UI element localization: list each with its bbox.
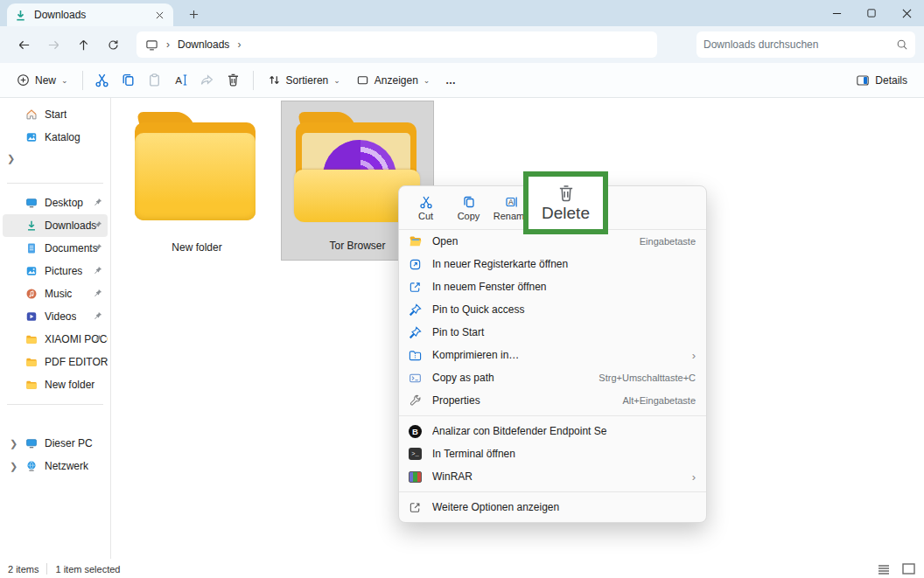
sidebar-item-dieser-pc[interactable]: ❯ Dieser PC (3, 432, 108, 455)
sidebar-item-new-folder[interactable]: New folder (3, 373, 108, 396)
sidebar-item-netzwerk[interactable]: ❯ Netzwerk (3, 455, 108, 477)
file-name: New folder (172, 241, 221, 261)
breadcrumb[interactable]: › Downloads › (136, 31, 657, 58)
home-icon (25, 108, 38, 121)
rename-icon: A (505, 195, 519, 209)
chevron-right-icon[interactable]: ❯ (10, 438, 18, 449)
menu-item-bitdefender-scan[interactable]: B Analizar con Bitdefender Endpoint Sе (399, 420, 706, 442)
refresh-button[interactable] (98, 31, 128, 58)
explorer-tab[interactable]: Downloads (7, 3, 173, 26)
sidebar-spacer (0, 413, 110, 432)
sort-button[interactable]: Sortieren ⌄ (260, 67, 348, 94)
svg-text:A: A (508, 198, 514, 206)
window-controls (819, 0, 924, 26)
sidebar-item-documents[interactable]: Documents (3, 237, 108, 260)
chevron-right-icon[interactable]: ❯ (10, 461, 18, 472)
menu-item-pin-quick-access[interactable]: Pin to Quick access (399, 298, 706, 321)
chevron-right-icon: › (166, 38, 170, 51)
pin-icon (94, 334, 102, 343)
search-box[interactable] (696, 31, 915, 58)
menu-item-properties[interactable]: Properties Alt+Eingabetaste (399, 389, 706, 412)
video-icon (25, 310, 38, 323)
back-button[interactable] (9, 31, 38, 58)
share-button[interactable] (194, 67, 220, 94)
open-new-tab-icon (408, 257, 423, 272)
navigation-bar: › Downloads › (0, 26, 924, 63)
copy-button[interactable] (116, 67, 142, 94)
sidebar-item-xiaomi-poco[interactable]: XIAOMI POCO F (3, 328, 108, 351)
chevron-right-icon: › (237, 38, 241, 51)
sidebar-item-downloads[interactable]: Downloads (3, 214, 108, 237)
delete-button[interactable] (220, 67, 247, 94)
pin-icon (94, 289, 102, 297)
up-button[interactable] (68, 31, 98, 58)
details-pane-icon (856, 73, 870, 87)
sort-arrows-icon (268, 73, 281, 87)
sidebar-item-music[interactable]: Music (3, 282, 108, 305)
menu-item-open-terminal[interactable]: >_ In Terminal öffnen (399, 442, 706, 465)
paste-button[interactable] (142, 67, 168, 94)
monitor-icon (25, 437, 38, 449)
winrar-icon (408, 470, 423, 484)
selection-count: 1 item selected (55, 564, 120, 575)
sidebar-item-katalog[interactable]: Katalog (3, 126, 108, 149)
copy-path-icon (408, 371, 423, 386)
sidebar-item-label: Music (45, 288, 72, 300)
list-view-icon[interactable] (876, 562, 892, 576)
view-button[interactable]: Anzeigen ⌄ (348, 67, 438, 94)
close-button[interactable] (889, 0, 924, 26)
menu-item-pin-start[interactable]: Pin to Start (399, 321, 706, 344)
minimize-button[interactable] (819, 0, 854, 26)
pin-icon (94, 266, 102, 275)
delete-highlight-annotation[interactable]: Delete (523, 171, 608, 234)
new-tab-button[interactable] (184, 5, 203, 23)
maximize-button[interactable] (854, 0, 889, 26)
status-bar: 2 items 1 item selected (0, 560, 924, 578)
menu-item-copy-as-path[interactable]: Copy as path Strg+Umschalttaste+C (399, 366, 706, 389)
copy-quick-button[interactable]: Copy (447, 188, 490, 228)
menu-item-open-new-window[interactable]: In neuem Fenster öffnen (399, 275, 706, 298)
breadcrumb-item[interactable]: Downloads (178, 38, 229, 51)
menu-item-show-more-options[interactable]: Weitere Optionen anzeigen (399, 496, 706, 519)
sidebar-item-videos[interactable]: Videos (3, 305, 108, 328)
sidebar-item-desktop[interactable]: Desktop (3, 192, 108, 214)
desktop-icon (25, 197, 38, 209)
show-more-icon (408, 500, 423, 515)
sidebar-item-start[interactable]: Start (3, 103, 108, 126)
menu-item-winrar[interactable]: WinRAR › (399, 465, 706, 488)
menu-divider (399, 491, 706, 492)
sidebar-item-label: Downloads (45, 219, 96, 232)
cut-button[interactable] (89, 67, 116, 94)
gallery-icon (25, 131, 38, 143)
rename-button[interactable]: A (168, 67, 194, 94)
more-options-button[interactable]: … (438, 67, 464, 94)
menu-item-open-new-tab[interactable]: In neuer Registerkarte öffnen (399, 253, 706, 275)
sidebar: Start Katalog ❯ Desktop Downloads (0, 98, 111, 559)
menu-shortcut: Alt+Eingabetaste (623, 395, 696, 406)
forward-button[interactable] (38, 31, 68, 58)
quick-action-label: Cut (418, 211, 433, 221)
pin-icon (408, 303, 423, 317)
tab-close-icon[interactable] (152, 8, 166, 22)
chevron-down-icon: ⌄ (61, 76, 68, 85)
picture-icon (25, 265, 38, 277)
submenu-chevron-icon: › (692, 470, 696, 484)
trash-icon (556, 184, 576, 203)
sidebar-item-label: Desktop (45, 197, 83, 209)
sidebar-item-pictures[interactable]: Pictures (3, 260, 108, 282)
details-pane-button[interactable]: Details (848, 67, 915, 94)
large-icons-view-icon[interactable] (900, 562, 916, 576)
zip-folder-icon (408, 348, 423, 363)
file-tile-new-folder[interactable]: New folder (127, 101, 267, 261)
document-icon (25, 242, 38, 254)
pin-icon (94, 311, 102, 320)
new-button[interactable]: New ⌄ (9, 67, 76, 94)
search-input[interactable] (704, 38, 896, 51)
sidebar-item-pdf-editor[interactable]: PDF EDITOR (3, 351, 108, 373)
chevron-right-icon[interactable]: ❯ (7, 153, 15, 164)
sidebar-item-label: Start (45, 108, 66, 121)
cut-quick-button[interactable]: Cut (404, 188, 447, 228)
menu-item-compress[interactable]: Komprimieren in… › (399, 344, 706, 366)
details-pane-label: Details (875, 74, 907, 87)
open-new-window-icon (408, 280, 423, 295)
